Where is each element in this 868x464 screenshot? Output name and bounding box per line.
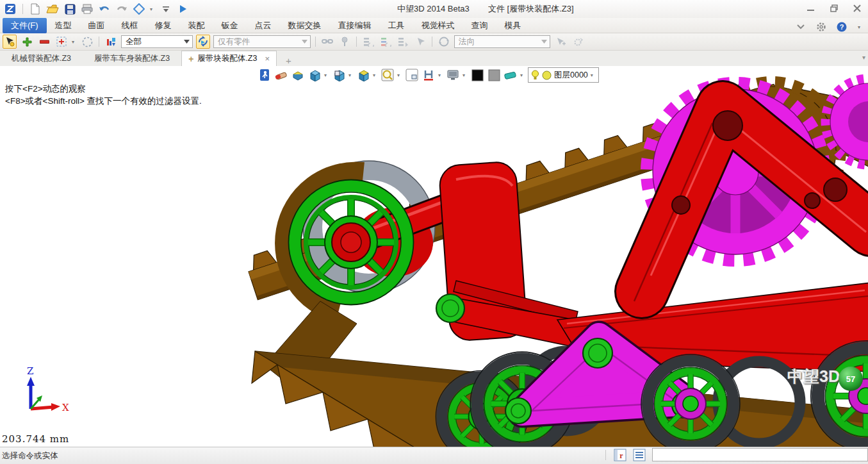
tab-track-vehicle-body-assembly[interactable]: 履带车车身装配体.Z3 — [83, 51, 181, 66]
status-input-field[interactable] — [652, 448, 868, 461]
link-icon[interactable] — [320, 35, 334, 49]
divider — [605, 450, 606, 460]
layer-selector[interactable]: 图层0000 ▾ — [528, 67, 599, 83]
gray-color-swatch[interactable] — [487, 68, 501, 82]
view-navigation-icon[interactable] — [133, 3, 145, 15]
isometric-view-icon[interactable] — [356, 68, 370, 82]
menu-data-exchange[interactable]: 数据交换 — [280, 18, 330, 33]
redo-icon[interactable] — [115, 3, 128, 15]
pick-plus-icon[interactable] — [553, 35, 568, 49]
tab-robot-arm-assembly[interactable]: 机械臂装配体.Z3 — [0, 51, 83, 66]
restore-button[interactable] — [827, 3, 841, 14]
menu-tools[interactable]: 工具 — [380, 18, 413, 33]
chevron-down-icon[interactable]: ▾ — [324, 68, 329, 82]
show-target-icon[interactable] — [291, 68, 305, 82]
chevron-down-icon[interactable]: ▾ — [591, 68, 596, 82]
minimize-button[interactable] — [804, 3, 818, 14]
menu-direct-edit[interactable]: 直接编辑 — [330, 18, 380, 33]
new-file-icon[interactable] — [29, 3, 42, 15]
chevron-down-icon[interactable]: ▾ — [463, 68, 468, 82]
layer-color-swatch[interactable] — [542, 70, 552, 80]
box-select-icon[interactable] — [54, 35, 69, 49]
status-message: 选择命令或实体 — [0, 451, 58, 461]
chevron-down-icon[interactable]: ▾ — [348, 68, 354, 82]
3d-model-canvas[interactable]: Z X — [0, 66, 868, 447]
add-select-icon[interactable] — [20, 35, 34, 49]
combo-caret-icon[interactable] — [300, 37, 309, 46]
bogie-bolt-top[interactable] — [583, 338, 612, 368]
erase-icon[interactable] — [274, 68, 288, 82]
zoom-window-icon[interactable] — [405, 68, 419, 82]
orientation-combobox[interactable]: 法向 — [454, 35, 550, 48]
road-wheel-magenta-hub[interactable] — [641, 354, 740, 447]
menu-inquire[interactable]: 查询 — [463, 18, 496, 33]
lasso-select-icon[interactable] — [80, 35, 94, 49]
chevron-down-icon[interactable]: ▾ — [373, 68, 378, 82]
print-icon[interactable] — [81, 3, 94, 15]
open-file-icon[interactable] — [46, 3, 59, 15]
menu-shape[interactable]: 造型 — [47, 18, 80, 33]
bogie-bolt-left[interactable] — [505, 398, 531, 424]
menu-pointcloud[interactable]: 点云 — [247, 18, 280, 33]
pick-arrow-icon[interactable] — [413, 35, 427, 49]
combo-caret-icon[interactable] — [182, 37, 191, 46]
settings-gear-icon[interactable] — [816, 22, 826, 32]
chevron-down-icon[interactable]: ▾ — [438, 68, 443, 82]
rotate-view-icon[interactable] — [437, 35, 451, 49]
collapse-ribbon-icon[interactable] — [796, 22, 806, 31]
new-tab-button[interactable]: + — [277, 55, 300, 66]
wireframe-display-icon[interactable] — [332, 68, 346, 82]
tab-track-block-assembly[interactable]: + 履带块装配体.Z3 × — [181, 51, 277, 66]
list-filter-3-icon[interactable] — [396, 35, 410, 49]
combo-caret-icon[interactable] — [539, 37, 548, 46]
list-filter-1-icon[interactable] — [361, 35, 375, 49]
idler-wheel[interactable] — [289, 180, 414, 305]
help-dropdown-icon[interactable]: ▾ — [858, 20, 863, 34]
bracket-bolt[interactable] — [436, 294, 464, 322]
menu-surface[interactable]: 曲面 — [80, 18, 113, 33]
close-button[interactable] — [850, 3, 864, 14]
graphics-viewport[interactable]: Z X 按下<F2>动态的观察<F8>或者<Shift-roll> 查找下一个有… — [0, 66, 868, 447]
menu-visual-style[interactable]: 视觉样式 — [413, 18, 463, 33]
pick-gear-icon[interactable] — [571, 35, 585, 49]
app-logo-icon[interactable] — [4, 3, 17, 15]
display-mode-icon[interactable] — [446, 68, 460, 82]
menu-mold[interactable]: 模具 — [496, 18, 530, 33]
message-list-icon[interactable] — [633, 449, 646, 461]
chevron-down-icon[interactable]: ▾ — [150, 2, 155, 16]
list-filter-2-icon[interactable] — [379, 35, 393, 49]
undo-icon[interactable] — [98, 3, 111, 15]
customize-dropdown-icon[interactable] — [160, 3, 172, 15]
tab-close-icon[interactable]: × — [265, 54, 270, 63]
selection-filter-icon[interactable] — [104, 35, 118, 49]
save-file-icon[interactable] — [63, 3, 76, 15]
zoom-all-icon[interactable] — [381, 68, 395, 82]
assembly-tab-icon: + — [188, 54, 193, 64]
prompt-window-icon[interactable]: r — [614, 449, 626, 461]
remove-select-icon[interactable] — [37, 35, 51, 49]
box-select-dropdown-icon[interactable]: ▾ — [72, 35, 77, 49]
align-view-icon[interactable] — [422, 68, 436, 82]
run-macro-icon[interactable] — [177, 3, 190, 15]
chevron-down-icon[interactable]: ▾ — [397, 68, 402, 82]
clear-highlight-icon[interactable] — [504, 68, 518, 82]
reorient-3d-icon[interactable] — [196, 35, 210, 49]
menu-sheetmetal[interactable]: 钣金 — [213, 18, 247, 33]
exit-icon[interactable] — [258, 68, 272, 82]
menu-wireframe[interactable]: 线框 — [113, 18, 147, 33]
black-color-swatch[interactable] — [470, 68, 484, 82]
shaded-display-icon[interactable] — [307, 68, 322, 82]
da-toolbar: ▾ ▾ ▾ ▾ ▾ ▾ ▾ 图层0000 ▾ — [258, 67, 599, 83]
help-icon[interactable]: ? — [837, 22, 848, 33]
entity-filter-combobox[interactable]: 全部 — [121, 35, 193, 48]
layer-visibility-bulb-icon[interactable] — [531, 70, 539, 80]
pin-icon[interactable] — [338, 35, 352, 49]
part-filter-combobox[interactable]: 仅有零件 — [213, 35, 311, 48]
menu-file[interactable]: 文件(F) — [3, 18, 47, 33]
tab-overflow-icon[interactable]: ▾ — [862, 54, 865, 61]
menu-repair[interactable]: 修复 — [147, 18, 180, 33]
select-arrow-icon[interactable] — [3, 35, 17, 49]
menu-assembly[interactable]: 装配 — [180, 18, 213, 33]
chevron-down-icon[interactable]: ▾ — [520, 68, 525, 82]
divider — [99, 37, 99, 47]
